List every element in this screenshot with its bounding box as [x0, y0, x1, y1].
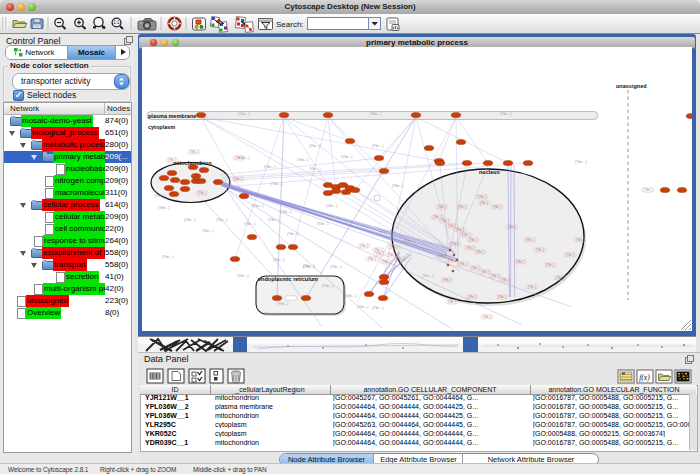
svg-text:(Ybr...): (Ybr...): [268, 218, 280, 222]
svg-text:(Ybr..): (Ybr..): [388, 253, 396, 257]
svg-text:(Ybr..): (Ybr..): [466, 246, 474, 250]
svg-text:(Ybr...): (Ybr...): [297, 158, 309, 162]
svg-text:f(x): f(x): [639, 373, 650, 382]
svg-text:(Ybr...): (Ybr...): [341, 155, 353, 159]
svg-text:(Ybr..): (Ybr..): [451, 242, 459, 246]
svg-text:(Ybr..): (Ybr..): [644, 188, 652, 192]
svg-text:(Ybr..): (Ybr..): [234, 177, 242, 181]
svg-text:(Ybr..): (Ybr..): [501, 278, 509, 282]
svg-text:(Ybr...): (Ybr...): [277, 302, 289, 306]
svg-text:Search:: Search:: [276, 20, 304, 29]
svg-text:(Ybr...): (Ybr...): [326, 204, 338, 208]
svg-text:(Ybr..): (Ybr..): [576, 238, 584, 242]
svg-text:(Ybr..): (Ybr..): [491, 274, 499, 278]
svg-text:(Ybr...): (Ybr...): [271, 182, 283, 186]
svg-text:(Ybr..): (Ybr..): [190, 150, 198, 154]
svg-text:(Ybr...): (Ybr...): [309, 144, 321, 148]
svg-text:(Ybr..): (Ybr..): [528, 285, 536, 289]
svg-text:(Ybr...): (Ybr...): [309, 167, 321, 171]
svg-text:(Ybr..): (Ybr..): [476, 250, 484, 254]
svg-text:(Ybr..): (Ybr..): [468, 295, 476, 299]
svg-text:(Ybr...): (Ybr...): [264, 312, 276, 316]
svg-text:(Ybr..): (Ybr..): [493, 205, 501, 209]
svg-text:(Ybr..): (Ybr..): [498, 295, 506, 299]
svg-text:1:1: 1:1: [113, 20, 120, 25]
svg-text:(Ybr..): (Ybr..): [448, 224, 456, 228]
svg-text:(Ybr..): (Ybr..): [469, 238, 477, 242]
svg-text:(Ybr..): (Ybr..): [396, 257, 404, 261]
svg-text:(Ybr..): (Ybr..): [438, 254, 446, 258]
svg-text:(Ybr..): (Ybr..): [433, 215, 441, 219]
svg-text:(Ybr..): (Ybr..): [235, 156, 243, 160]
svg-text:(Ybr..): (Ybr..): [448, 258, 456, 262]
svg-text:(Ybr..): (Ybr..): [480, 201, 488, 205]
svg-text:(Ybr..): (Ybr..): [360, 244, 368, 248]
svg-text:(Ybr...): (Ybr...): [280, 210, 292, 214]
svg-text:(Ybr...): (Ybr...): [238, 112, 250, 116]
svg-text:unassigned: unassigned: [616, 83, 647, 89]
svg-text:endoplasmic reticulum: endoplasmic reticulum: [258, 276, 318, 282]
svg-text:(Ybr..): (Ybr..): [546, 263, 554, 267]
svg-text:(Ybr...): (Ybr...): [244, 222, 256, 226]
svg-text:(Ybr..): (Ybr..): [168, 158, 176, 162]
svg-text:(Ybr...): (Ybr...): [372, 306, 384, 310]
svg-text:(Ybr...): (Ybr...): [287, 232, 299, 236]
svg-text:(Ybr..): (Ybr..): [448, 300, 456, 304]
svg-text:(Ybr..): (Ybr..): [556, 276, 564, 280]
svg-text:(Ybr...): (Ybr...): [154, 194, 166, 198]
svg-text:(Ybr...): (Ybr...): [370, 112, 382, 116]
svg-text:(Ybr...): (Ybr...): [162, 255, 174, 259]
svg-text:(Ybr...): (Ybr...): [392, 184, 404, 188]
svg-text:(Ybr...): (Ybr...): [500, 112, 512, 116]
svg-text:(Ybr...): (Ybr...): [252, 204, 264, 208]
svg-text:(Ybr..): (Ybr..): [458, 205, 466, 209]
svg-text:(Ybr...): (Ybr...): [303, 265, 315, 269]
svg-text:(Ybr...): (Ybr...): [345, 294, 357, 298]
svg-text:(Ybr...): (Ybr...): [317, 222, 329, 226]
svg-text:cytoplasm: cytoplasm: [148, 124, 175, 130]
svg-text:(Ybr..): (Ybr..): [566, 253, 574, 257]
svg-text:(Ybr...): (Ybr...): [237, 274, 249, 278]
svg-text:(Ybr..): (Ybr..): [481, 270, 489, 274]
svg-text:plasma membrane: plasma membrane: [148, 113, 196, 119]
svg-text:(Ybr...): (Ybr...): [575, 160, 587, 164]
svg-text:(Ybr..): (Ybr..): [508, 225, 516, 229]
svg-text:(Ybr..): (Ybr..): [471, 266, 479, 270]
svg-text:(Ybr...): (Ybr...): [202, 229, 214, 233]
svg-text:(Ybr...): (Ybr...): [422, 274, 434, 278]
svg-text:(Ybr..): (Ybr..): [443, 278, 451, 282]
svg-text:(Ybr..): (Ybr..): [526, 238, 534, 242]
svg-text:(Ybr..): (Ybr..): [368, 257, 376, 261]
svg-text:(Ybr...): (Ybr...): [264, 165, 276, 169]
svg-text:(Ybr...): (Ybr...): [273, 258, 285, 262]
svg-text:(Ybr..): (Ybr..): [198, 191, 206, 195]
svg-text:(Ybr..): (Ybr..): [516, 260, 524, 264]
svg-text:(Ybr..): (Ybr..): [441, 219, 449, 223]
svg-text:(Ybr..): (Ybr..): [382, 260, 390, 264]
svg-text:(Ybr...): (Ybr...): [404, 239, 416, 243]
svg-text:(Ybr..): (Ybr..): [376, 252, 384, 256]
svg-text:(Ybr..): (Ybr..): [483, 315, 491, 319]
svg-text:nucleus: nucleus: [479, 169, 500, 175]
svg-text:(Ybr..): (Ybr..): [536, 248, 544, 252]
svg-text:(Ybr...): (Ybr...): [330, 265, 342, 269]
svg-text:(Ybr..): (Ybr..): [390, 245, 398, 249]
svg-text:(Ybr..): (Ybr..): [456, 228, 464, 232]
svg-text:(Ybr...): (Ybr...): [216, 218, 228, 222]
svg-text:(Ybr..): (Ybr..): [478, 195, 486, 199]
svg-text:(Ybr..): (Ybr..): [462, 233, 470, 237]
svg-text:(Ybr...): (Ybr...): [357, 305, 369, 309]
svg-text:(Ybr...): (Ybr...): [322, 284, 334, 288]
svg-text:(Ybr...): (Ybr...): [380, 230, 392, 234]
svg-text:(Ybr..): (Ybr..): [459, 262, 467, 266]
svg-text:(Ybr...): (Ybr...): [158, 206, 170, 210]
svg-text:(Ybr...): (Ybr...): [372, 144, 384, 148]
svg-text:(Ybr...): (Ybr...): [184, 218, 196, 222]
svg-text:(Ybr..): (Ybr..): [438, 205, 446, 209]
